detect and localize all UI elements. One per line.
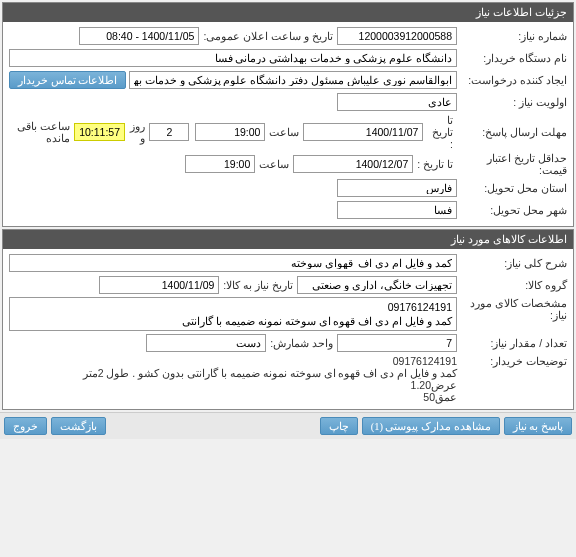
spec-field: 09176124191 کمد و فایل ام دی اف قهوه ای … — [9, 297, 457, 331]
city-field[interactable] — [337, 201, 457, 219]
time1-field[interactable] — [195, 123, 265, 141]
group-field[interactable] — [297, 276, 457, 294]
buyer-notes-text: 09176124191 کمد و فایل ام دی اف قهوه ای … — [9, 355, 457, 403]
back-button[interactable]: بازگشت — [51, 417, 106, 435]
need-details-panel: جزئیات اطلاعات نیاز شماره نیاز: تاریخ و … — [2, 2, 574, 227]
panel1-body: شماره نیاز: تاریخ و ساعت اعلان عمومی: نا… — [3, 22, 573, 226]
province-field[interactable] — [337, 179, 457, 197]
unit-label: واحد شمارش: — [270, 337, 333, 349]
creator-label: ایجاد کننده درخواست: — [457, 74, 567, 86]
desc-label: شرح کلی نیاز: — [457, 257, 567, 269]
contact-buyer-button[interactable]: اطلاعات تماس خریدار — [9, 71, 126, 89]
announce-label: تاریخ و ساعت اعلان عمومی: — [203, 30, 333, 42]
to-date1-label: تا تاریخ : — [427, 114, 453, 150]
province-label: استان محل تحویل: — [457, 182, 567, 194]
need-no-field[interactable] — [337, 27, 457, 45]
city-label: شهر محل تحویل: — [457, 204, 567, 216]
to-date2-field[interactable] — [293, 155, 413, 173]
priority-field[interactable] — [337, 93, 457, 111]
reply-button[interactable]: پاسخ به نیاز — [504, 417, 572, 435]
days-label: روز و — [129, 120, 145, 144]
spacer — [110, 417, 316, 435]
reply-deadline-label: مهلت ارسال پاسخ: — [457, 126, 567, 138]
buyer-notes-l4: عمق50 — [9, 391, 457, 403]
spec-line1: 09176124191 — [14, 300, 452, 314]
creator-field[interactable] — [129, 71, 457, 89]
buyer-label: نام دستگاه خریدار: — [457, 52, 567, 64]
panel2-body: شرح کلی نیاز: گروه کالا: تاریخ نیاز به ک… — [3, 249, 573, 409]
remaining-label: ساعت باقی مانده — [13, 120, 70, 144]
need-date-label: تاریخ نیاز به کالا: — [223, 279, 293, 291]
print-button[interactable]: چاپ — [320, 417, 358, 435]
to-date1-field[interactable] — [303, 123, 423, 141]
buyer-notes-l1: 09176124191 — [9, 355, 457, 367]
exit-button[interactable]: خروج — [4, 417, 47, 435]
price-validity-label: حداقل تاریخ اعتبار قیمت: — [457, 152, 567, 176]
panel1-header: جزئیات اطلاعات نیاز — [3, 3, 573, 22]
qty-field[interactable] — [337, 334, 457, 352]
buyer-field[interactable] — [9, 49, 457, 67]
qty-label: تعداد / مقدار نیاز: — [457, 337, 567, 349]
buyer-notes-l2: کمد و فایل ام دی اف قهوه ای سوخته نمونه … — [9, 367, 457, 379]
announce-field[interactable] — [79, 27, 199, 45]
to-date2-label: تا تاریخ : — [417, 158, 453, 170]
action-bar: پاسخ به نیاز مشاهده مدارک پیوستی (1) چاپ… — [0, 412, 576, 439]
spec-label: مشخصات کالای مورد نیاز: — [457, 297, 567, 321]
unit-field[interactable] — [146, 334, 266, 352]
time2-label: ساعت — [259, 158, 289, 170]
remaining-time: 10:11:57 — [74, 123, 125, 141]
need-no-label: شماره نیاز: — [457, 30, 567, 42]
days-field[interactable] — [149, 123, 189, 141]
goods-info-panel: اطلاعات کالاهای مورد نیاز شرح کلی نیاز: … — [2, 229, 574, 410]
time2-field[interactable] — [185, 155, 255, 173]
desc-field[interactable] — [9, 254, 457, 272]
time1-label: ساعت — [269, 126, 299, 138]
spec-line2: کمد و فایل ام دی اف قهوه ای سوخته نمونه … — [14, 314, 452, 328]
panel2-header: اطلاعات کالاهای مورد نیاز — [3, 230, 573, 249]
buyer-notes-l3: عرض1.20 — [9, 379, 457, 391]
attachments-button[interactable]: مشاهده مدارک پیوستی (1) — [362, 417, 500, 435]
need-date-field[interactable] — [99, 276, 219, 294]
priority-label: اولویت نیاز : — [457, 96, 567, 108]
group-label: گروه کالا: — [457, 279, 567, 291]
buyer-notes-label: توضیحات خریدار: — [457, 355, 567, 367]
